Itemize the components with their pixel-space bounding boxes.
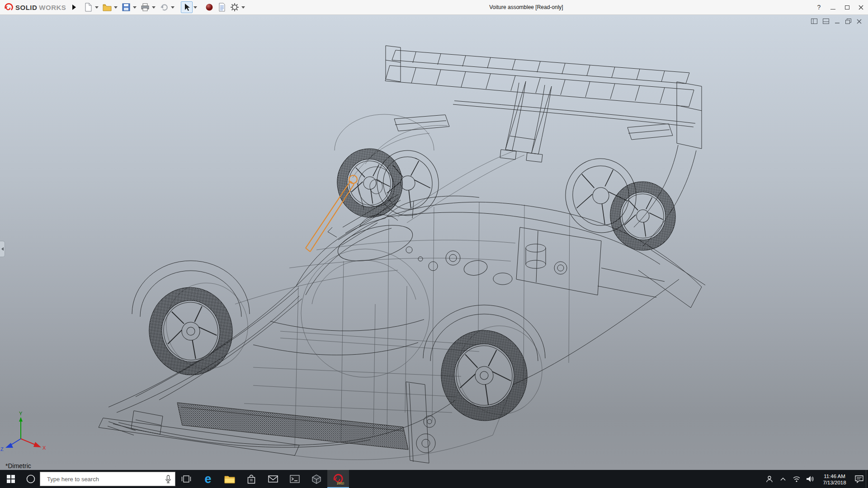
show-desktop-button[interactable] xyxy=(866,470,868,488)
print-icon xyxy=(141,3,150,12)
close-icon xyxy=(859,5,863,10)
collapse-arrow-icon xyxy=(1,247,4,251)
people-button[interactable] xyxy=(763,470,776,488)
car-internal-structure[interactable] xyxy=(235,114,570,460)
new-document-icon xyxy=(84,3,92,12)
undo-button[interactable] xyxy=(158,1,170,13)
file-properties-button[interactable] xyxy=(216,1,228,13)
save-dropdown[interactable] xyxy=(133,6,137,10)
mail-envelope-icon xyxy=(268,475,278,483)
task-view-button[interactable] xyxy=(175,470,197,488)
minimize-button[interactable] xyxy=(826,0,840,15)
wheel-rear-right[interactable] xyxy=(561,154,680,254)
window-title: Voiture assomblee [Read-only] xyxy=(489,4,563,10)
file-properties-icon xyxy=(218,3,226,12)
split-pane-vertical-button[interactable] xyxy=(811,19,817,24)
solidworks-logo: SOLIDWORKS xyxy=(0,2,71,12)
open-dropdown[interactable] xyxy=(114,6,118,10)
network-button[interactable] xyxy=(790,470,803,488)
action-center-icon xyxy=(855,475,863,483)
cortana-circle-icon xyxy=(26,474,36,484)
speaker-icon xyxy=(806,475,814,483)
action-center-button[interactable] xyxy=(852,470,866,488)
edge-icon: e xyxy=(204,473,211,485)
hidden-icons-button[interactable] xyxy=(776,470,790,488)
rebuild-button[interactable] xyxy=(203,1,215,13)
open-folder-icon xyxy=(103,3,112,11)
task-view-icon xyxy=(181,475,191,483)
split-pane-vertical-icon xyxy=(811,19,817,24)
open-button[interactable] xyxy=(101,1,113,13)
options-button[interactable] xyxy=(229,1,241,13)
doc-restore-icon xyxy=(845,19,851,24)
store-button[interactable] xyxy=(241,470,262,488)
volume-button[interactable] xyxy=(803,470,817,488)
split-pane-horizontal-button[interactable] xyxy=(823,19,829,24)
solidworks-2017-icon: 2017 xyxy=(332,473,344,485)
clock-date: 7/13/2018 xyxy=(817,479,852,486)
file-explorer-icon xyxy=(224,475,235,483)
help-button[interactable]: ? xyxy=(812,0,826,15)
minimize-icon xyxy=(830,9,835,9)
start-button[interactable] xyxy=(0,470,22,488)
wifi-icon xyxy=(793,475,801,483)
solidworks-logo-icon xyxy=(4,2,14,12)
split-pane-horizontal-icon xyxy=(823,19,829,24)
edge-browser-button[interactable]: e xyxy=(197,470,219,488)
new-document-dropdown[interactable] xyxy=(95,6,99,10)
doc-close-button[interactable] xyxy=(857,19,862,24)
microphone-icon[interactable] xyxy=(165,475,171,483)
search-input[interactable] xyxy=(46,475,161,483)
close-button[interactable] xyxy=(854,0,868,15)
mail-button[interactable] xyxy=(262,470,284,488)
wheel-rear-left[interactable] xyxy=(435,320,548,426)
solidworks-2017-button[interactable]: 2017 xyxy=(327,470,349,488)
wheel-front-left[interactable] xyxy=(142,277,255,382)
doc-restore-button[interactable] xyxy=(845,19,851,24)
cortana-button[interactable] xyxy=(22,470,40,488)
people-icon xyxy=(765,475,774,483)
triad-x-label: X xyxy=(42,445,46,450)
triad-z-label: Z xyxy=(0,446,4,452)
options-gear-icon xyxy=(230,3,239,12)
chevron-up-icon xyxy=(780,477,786,481)
cube-app-button[interactable] xyxy=(306,470,327,488)
terminal-app-button[interactable] xyxy=(284,470,306,488)
store-bag-icon xyxy=(247,474,256,484)
view-orientation-label: *Dimetric xyxy=(5,462,31,469)
print-button[interactable] xyxy=(139,1,151,13)
orientation-triad: Y X Z xyxy=(0,411,46,452)
file-explorer-button[interactable] xyxy=(219,470,241,488)
rear-wing[interactable] xyxy=(385,46,702,162)
menu-expand-arrow[interactable] xyxy=(72,5,76,10)
system-tray: 11:46 AM 7/13/2018 xyxy=(763,470,868,488)
select-arrow-button[interactable] xyxy=(181,1,193,13)
maximize-icon xyxy=(845,5,849,9)
taskbar-clock[interactable]: 11:46 AM 7/13/2018 xyxy=(817,473,852,486)
select-dropdown[interactable] xyxy=(193,6,197,10)
rebuild-sphere-icon xyxy=(205,3,213,11)
logo-text-solid: SOLID xyxy=(15,4,37,11)
undo-icon xyxy=(160,3,169,11)
wireframe-car-scene[interactable]: Y X Z xyxy=(0,15,868,470)
graphics-viewport[interactable]: Y X Z xyxy=(0,15,868,470)
document-window-controls xyxy=(811,19,862,24)
print-dropdown[interactable] xyxy=(152,6,156,10)
solidworks-year-label: 2017 xyxy=(337,481,344,485)
cube-app-icon xyxy=(312,474,321,484)
triad-y-label: Y xyxy=(19,411,23,416)
help-glyph: ? xyxy=(817,4,821,11)
maximize-button[interactable] xyxy=(840,0,854,15)
save-button[interactable] xyxy=(120,1,132,13)
taskbar-search[interactable] xyxy=(40,472,175,486)
clock-time: 11:46 AM xyxy=(817,473,852,479)
titlebar: SOLIDWORKS xyxy=(0,0,868,15)
terminal-icon xyxy=(290,475,300,483)
undo-dropdown[interactable] xyxy=(171,6,175,10)
panel-collapse-tab[interactable] xyxy=(0,241,5,257)
options-dropdown[interactable] xyxy=(241,6,245,10)
doc-minimize-icon xyxy=(835,19,840,24)
doc-close-icon xyxy=(857,19,862,24)
doc-minimize-button[interactable] xyxy=(835,19,840,24)
new-document-button[interactable] xyxy=(82,1,94,13)
